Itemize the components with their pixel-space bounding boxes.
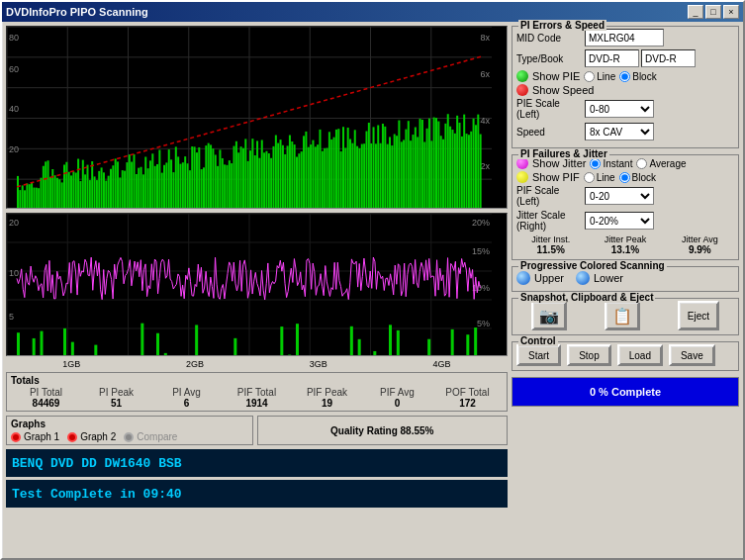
totals-headers: PI Total 84469 PI Peak 51 PI Avg 6 PIF T… (11, 387, 503, 409)
mid-code-input[interactable] (585, 29, 664, 47)
type-book-inputs (585, 49, 696, 67)
pif-block-label: Block (632, 172, 656, 183)
progressive-section: Progressive Colored Scanning Upper Lower (512, 266, 739, 292)
mid-code-row: MID Code (516, 29, 734, 47)
pie-block-radio[interactable]: Block (619, 71, 656, 82)
show-pie-row: Show PIE Line Block (516, 70, 734, 82)
quality-box: Quality Rating 88.55% (257, 416, 509, 445)
window-title: DVDInfoPro PIPO Scanning (6, 6, 148, 18)
total-pi-avg: PI Avg 6 (151, 387, 222, 409)
compare-label: Compare (137, 431, 177, 442)
type-book-label: Type/Book (516, 53, 581, 64)
pi-failures-section: PI Failures & Jitter Show Jitter Instant… (512, 154, 739, 260)
maximize-button[interactable]: □ (705, 5, 721, 19)
snapshot-buttons: 📷 📋 Eject (516, 301, 734, 330)
control-buttons: Start Stop Load Save (516, 344, 734, 366)
totals-label: Totals (11, 375, 503, 386)
jitter-scale-select[interactable]: 0-20% (585, 212, 654, 230)
led-display-2: Test Complete in 09:40 (6, 480, 508, 508)
graphs-box: Graphs Graph 1 Graph 2 Compare (6, 416, 253, 445)
compare-item: Compare (124, 431, 177, 442)
pie-block-label: Block (632, 71, 656, 82)
quality-rating: Quality Rating 88.55% (330, 425, 433, 436)
graphs-title: Graphs (11, 419, 248, 429)
x-label-3gb: 3GB (310, 359, 327, 369)
lower-indicator (576, 271, 590, 285)
x-label-1gb: 1GB (62, 359, 80, 369)
jitter-average-radio[interactable]: Average (636, 158, 686, 169)
pif-line-radio[interactable]: Line (584, 172, 615, 183)
led-text-1: BENQ DVD DD DW1640 BSB (12, 456, 182, 471)
snapshot-button[interactable]: 📷 (531, 301, 567, 330)
pif-scale-select[interactable]: 0-20 (585, 187, 654, 205)
jitter-inst-label: Jitter Inst. (516, 234, 585, 244)
jitter-average-label: Average (649, 158, 686, 169)
progress-section: 0 % Complete (512, 377, 739, 407)
stop-button[interactable]: Stop (567, 344, 611, 366)
bottom-chart (6, 213, 508, 356)
pie-scale-row: PIE Scale (Left) 0-80 (516, 98, 734, 120)
eject-label: Eject (688, 311, 709, 322)
pif-indicator (516, 171, 528, 183)
jitter-inst-value: 11.5% (516, 244, 585, 255)
graph2-label: Graph 2 (80, 431, 116, 442)
pi-errors-title: PI Errors & Speed (518, 20, 606, 31)
jitter-avg-label: Jitter Avg (666, 234, 734, 244)
pie-scale-select[interactable]: 0-80 (585, 100, 654, 118)
pif-block-radio[interactable]: Block (619, 172, 656, 183)
speed-select[interactable]: 8x CAV (585, 123, 654, 140)
clipboard-button[interactable]: 📋 (605, 301, 640, 330)
right-panel: PI Errors & Speed MID Code Type/Book (512, 26, 739, 554)
pi-failures-title: PI Failures & Jitter (518, 148, 609, 159)
type-book-input1[interactable] (585, 49, 639, 67)
save-button[interactable]: Save (669, 344, 715, 366)
top-chart (6, 26, 508, 209)
total-pif-avg: PIF Avg 0 (362, 387, 432, 409)
minimize-button[interactable]: _ (688, 5, 703, 19)
jitter-scale-label: Jitter Scale (Right) (516, 210, 581, 232)
pie-indicator (516, 70, 528, 82)
pie-scale-label: PIE Scale (Left) (516, 98, 581, 120)
graphs-row: Graph 1 Graph 2 Compare (11, 431, 248, 442)
totals-section: Totals PI Total 84469 PI Peak 51 PI Avg … (6, 372, 508, 412)
pif-line-label: Line (597, 172, 615, 183)
pie-line-label: Line (597, 71, 615, 82)
jitter-instant-radio[interactable]: Instant (590, 158, 632, 169)
progress-text: 0 % Complete (590, 386, 661, 398)
total-pi-peak: PI Peak 51 (81, 387, 151, 409)
start-button[interactable]: Start (516, 344, 561, 366)
eject-button[interactable]: Eject (678, 301, 719, 330)
progressive-title: Progressive Colored Scanning (518, 260, 667, 271)
type-book-input2[interactable] (641, 49, 696, 67)
main-window: DVDInfoPro PIPO Scanning _ □ × (0, 0, 745, 560)
pif-scale-label: PIF Scale (Left) (516, 185, 581, 207)
show-pif-label: Show PIF (532, 171, 580, 183)
snapshot-title: Snapshot, Clipboard & Eject (518, 292, 655, 303)
speed-row: Speed 8x CAV (516, 123, 734, 140)
title-controls: _ □ × (688, 5, 739, 19)
x-axis-labels: 1GB 2GB 3GB 4GB (6, 358, 508, 370)
upper-indicator (516, 271, 530, 285)
graph1-item[interactable]: Graph 1 (11, 431, 59, 442)
jitter-scale-row: Jitter Scale (Right) 0-20% (516, 210, 734, 232)
graph2-dot (67, 432, 77, 442)
show-speed-label: Show Speed (532, 84, 594, 96)
upper-label: Upper (534, 272, 564, 284)
load-button[interactable]: Load (617, 344, 663, 366)
jitter-instant-label: Instant (603, 158, 632, 169)
progress-bar-container: 0 % Complete (512, 378, 738, 406)
lower-item: Lower (576, 271, 623, 285)
compare-dot (124, 432, 134, 442)
control-section: Control Start Stop Load Save (512, 341, 739, 371)
led-text-2: Test Complete in 09:40 (12, 487, 182, 502)
show-pif-row: Show PIF Line Block (516, 171, 734, 183)
upper-item: Upper (516, 271, 564, 285)
snapshot-section: Snapshot, Clipboard & Eject 📷 📋 Eject (512, 298, 739, 335)
pif-scale-row: PIF Scale (Left) 0-20 (516, 185, 734, 207)
graph2-item[interactable]: Graph 2 (67, 431, 116, 442)
title-bar: DVDInfoPro PIPO Scanning _ □ × (2, 2, 743, 22)
graph1-label: Graph 1 (24, 431, 59, 442)
close-button[interactable]: × (723, 5, 739, 19)
pie-line-radio[interactable]: Line (584, 71, 615, 82)
left-panel: 1GB 2GB 3GB 4GB Totals PI Total 84469 PI… (6, 26, 508, 554)
